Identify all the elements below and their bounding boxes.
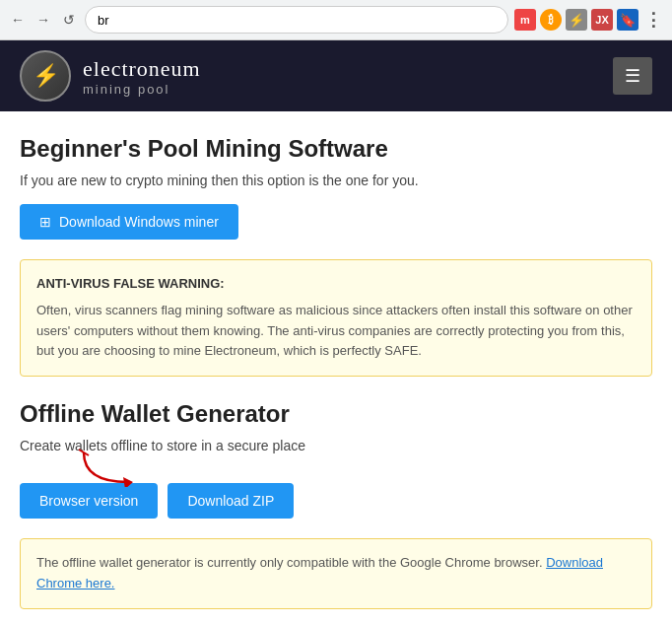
- bookmark-extension-icon[interactable]: 🔖: [617, 9, 638, 31]
- mining-desc: If you are new to crypto mining then thi…: [20, 173, 652, 188]
- chrome-info-box: The offline wallet generator is currentl…: [20, 538, 652, 609]
- browser-version-label: Browser version: [39, 493, 138, 509]
- logo-name: electroneum: [83, 56, 201, 82]
- site-header: ⚡ electroneum mining pool ☰: [0, 40, 672, 111]
- antivirus-warning-box: ANTI-VIRUS FALSE WARNING: Often, virus s…: [20, 259, 652, 377]
- download-windows-label: Download Windows miner: [59, 214, 219, 230]
- browser-version-button[interactable]: Browser version: [20, 483, 158, 519]
- browser-chrome: ← → ↺ m ₿ ⚡ JX 🔖 ⋮: [0, 0, 672, 40]
- browser-icons: m ₿ ⚡ JX 🔖 ⋮: [514, 9, 664, 31]
- warning-body: Often, virus scanners flag mining softwa…: [36, 301, 636, 362]
- bolt-extension-icon[interactable]: ⚡: [566, 9, 587, 31]
- jx-extension-icon[interactable]: JX: [591, 9, 613, 31]
- btc-extension-icon[interactable]: ₿: [540, 9, 562, 31]
- logo-subtitle: mining pool: [83, 82, 201, 97]
- download-windows-miner-button[interactable]: ⊞ Download Windows miner: [20, 204, 238, 240]
- section-mining: Beginner's Pool Mining Software If you a…: [20, 135, 652, 240]
- section-wallet: Offline Wallet Generator Create wallets …: [20, 400, 652, 519]
- wallet-btn-group: Browser version Download ZIP: [20, 483, 294, 519]
- browser-toolbar: ← → ↺ m ₿ ⚡ JX 🔖 ⋮: [0, 0, 672, 39]
- logo-text: electroneum mining pool: [83, 56, 201, 97]
- m-extension-icon[interactable]: m: [514, 9, 536, 31]
- wallet-title: Offline Wallet Generator: [20, 400, 652, 428]
- forward-button[interactable]: →: [34, 10, 53, 30]
- logo-area: ⚡ electroneum mining pool: [20, 50, 201, 102]
- download-zip-label: Download ZIP: [187, 493, 274, 509]
- red-arrow-annotation: [74, 448, 153, 487]
- download-zip-button[interactable]: Download ZIP: [168, 483, 294, 519]
- hamburger-menu-button[interactable]: ☰: [613, 57, 652, 95]
- wallet-buttons-container: Browser version Download ZIP: [20, 469, 294, 519]
- refresh-button[interactable]: ↺: [59, 10, 79, 30]
- wallet-desc: Create wallets offline to store in a sec…: [20, 438, 652, 453]
- back-button[interactable]: ←: [8, 10, 28, 30]
- browser-menu-button[interactable]: ⋮: [642, 9, 664, 31]
- warning-title: ANTI-VIRUS FALSE WARNING:: [36, 274, 636, 295]
- chrome-info-text: The offline wallet generator is currentl…: [36, 555, 543, 570]
- main-content: Beginner's Pool Mining Software If you a…: [0, 111, 672, 625]
- address-bar[interactable]: [85, 6, 508, 34]
- logo-icon: ⚡: [20, 50, 71, 102]
- windows-icon: ⊞: [39, 214, 51, 230]
- mining-title: Beginner's Pool Mining Software: [20, 135, 652, 163]
